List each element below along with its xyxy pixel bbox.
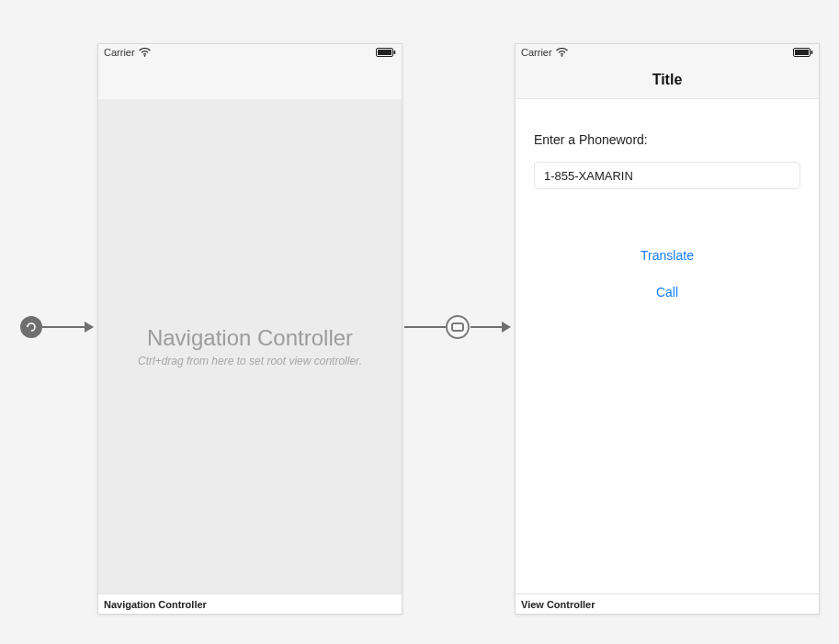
svg-point-4 [561,55,562,57]
entry-arrow-line [42,326,85,328]
svg-rect-6 [795,50,809,55]
navigation-controller-scene[interactable]: Carrier Navigation Controller Ctrl+drag … [97,43,402,615]
scene-footer-nav-label: Navigation Controller [104,599,207,610]
view-controller-scene[interactable]: Carrier Title Enter a Phoneword: Transla… [515,43,820,615]
scene-footer-view[interactable]: View Controller [516,593,819,614]
nav-controller-placeholder[interactable]: Navigation Controller Ctrl+drag from her… [98,99,402,593]
placeholder-hint: Ctrl+drag from here to set root view con… [138,355,362,367]
segue-arrow-line-left [404,326,447,328]
placeholder-title: Navigation Controller [147,325,353,351]
segue-arrow-head [502,322,511,333]
status-bar: Carrier [98,44,402,61]
scene-footer-nav[interactable]: Navigation Controller [98,593,402,614]
entry-arrow-head [85,322,94,333]
view-content: Enter a Phoneword: Translate Call [516,99,819,593]
scene-footer-view-label: View Controller [521,599,595,610]
nav-title: Title [652,72,683,88]
enter-phoneword-label: Enter a Phoneword: [534,132,800,147]
battery-icon [376,48,396,57]
svg-rect-3 [394,51,396,54]
translate-button[interactable]: Translate [641,248,694,263]
segue-arrow-line-right [471,326,502,328]
svg-point-0 [143,55,145,57]
battery-icon [793,48,813,57]
wifi-icon [556,48,568,57]
svg-rect-2 [378,50,391,55]
entry-point-icon[interactable] [20,316,42,338]
phoneword-input[interactable] [534,162,800,189]
status-bar: Carrier [516,44,819,61]
carrier-label: Carrier [521,47,552,58]
carrier-label: Carrier [104,47,135,58]
svg-rect-7 [811,51,813,54]
wifi-icon [139,48,151,57]
root-segue-icon[interactable] [446,315,470,339]
nav-bar: Title [516,61,819,99]
nav-bar-empty [98,61,402,99]
call-button[interactable]: Call [656,285,678,299]
